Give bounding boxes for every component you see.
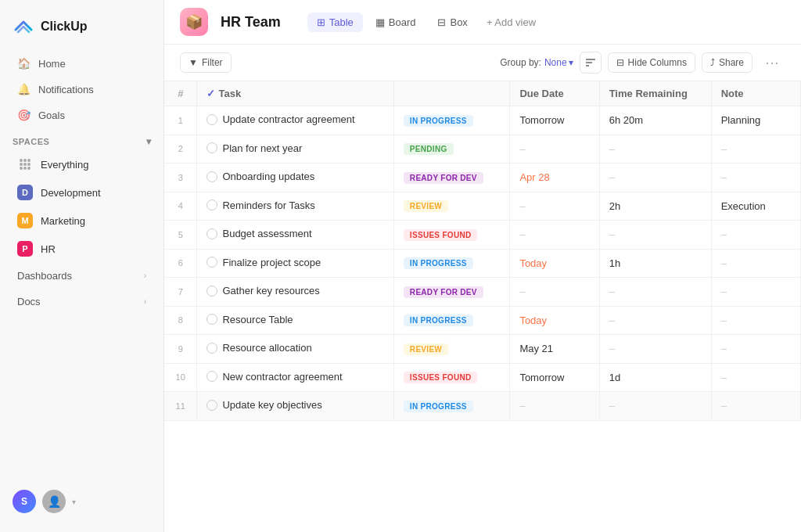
task-checkbox[interactable] [207,257,217,268]
task-status-cell[interactable]: IN PROGRESS [393,106,510,135]
sidebar-item-docs[interactable]: Docs › [5,289,159,314]
task-status-cell[interactable]: REVIEW [393,335,510,364]
task-name-cell[interactable]: Onboarding updates [197,164,393,192]
col-status [393,81,510,106]
sidebar-item-notifications[interactable]: 🔔 Notifications [5,77,159,102]
share-icon: ⤴ [710,57,715,68]
task-checkbox[interactable] [207,343,217,354]
task-name-cell[interactable]: Budget assessment [197,221,393,250]
logo[interactable]: ClickUp [0,9,163,50]
topbar: 📦 HR Team ⊞ Table ▦ Board ⊟ Box + Add vi… [164,0,801,45]
sidebar-item-hr[interactable]: P HR [5,235,159,262]
table-row[interactable]: 1 Update contractor agreement IN PROGRES… [164,106,801,135]
row-number: 10 [164,363,197,392]
task-name-cell[interactable]: Resource Table [197,306,393,335]
time-remaining-cell: – [599,306,711,335]
group-by-select[interactable]: None ▾ [544,57,573,68]
task-status-cell[interactable]: IN PROGRESS [393,306,510,335]
task-checkbox[interactable] [207,142,217,153]
sidebar-item-marketing[interactable]: M Marketing [5,207,159,234]
task-status-cell[interactable]: IN PROGRESS [393,392,510,421]
share-button[interactable]: ⤴ Share [702,52,753,73]
task-checkbox[interactable] [207,314,217,325]
status-badge: IN PROGRESS [404,315,473,326]
hide-columns-button[interactable]: ⊟ Hide Columns [608,52,695,73]
table-row[interactable]: 4 Reminders for Tasks REVIEW – 2h Execut… [164,192,801,221]
table-row[interactable]: 5 Budget assessment ISSUES FOUND – – – [164,221,801,250]
add-view-button[interactable]: + Add view [480,13,542,32]
task-status-cell[interactable]: PENDING [393,135,510,164]
task-name-cell[interactable]: New contractor agreement [197,363,393,392]
tab-table[interactable]: ⊞ Table [307,13,363,32]
sidebar-item-development[interactable]: D Development [5,179,159,206]
row-number: 1 [164,106,197,135]
task-status-cell[interactable]: REVIEW [393,192,510,221]
task-name: Resource allocation [222,342,311,354]
due-date-value: – [519,200,525,212]
task-checkbox[interactable] [207,200,217,210]
task-name-cell[interactable]: Update contractor agreement [197,106,393,135]
sidebar-item-dashboards[interactable]: Dashboards › [5,264,159,288]
toolbar-right: Group by: None ▾ ⊟ Hide Columns ⤴ Share … [500,51,785,74]
table-row[interactable]: 9 Resource allocation REVIEW May 21 – – [164,335,801,364]
task-status-cell[interactable]: ISSUES FOUND [393,363,510,392]
table-row[interactable]: 3 Onboarding updates READY FOR DEV Apr 2… [164,164,801,192]
row-number: 4 [164,192,197,221]
task-status-cell[interactable]: ISSUES FOUND [393,221,510,250]
task-checkbox[interactable] [207,114,217,125]
time-remaining-value: – [609,171,615,183]
nav-section: 🏠 Home 🔔 Notifications 🎯 Goals [0,50,163,128]
due-date-cell: Tomorrow [510,106,599,135]
task-name-cell[interactable]: Reminders for Tasks [197,192,393,221]
task-table: # ✓ Task Due Date Time Remaining Note 1 [164,81,801,421]
task-name: Update contractor agreement [222,113,354,125]
task-checkbox[interactable] [207,171,217,182]
task-name: Resource Table [222,314,293,325]
sort-button[interactable] [580,52,602,74]
sidebar-item-goals[interactable]: 🎯 Goals [5,102,159,128]
due-date-cell: Today [510,249,599,278]
table-row[interactable]: 2 Plan for next year PENDING – – – [164,135,801,164]
table-body: 1 Update contractor agreement IN PROGRES… [164,106,801,421]
tab-board[interactable]: ▦ Board [366,13,426,32]
table-header-row: # ✓ Task Due Date Time Remaining Note [164,81,801,106]
task-name-cell[interactable]: Plan for next year [197,135,393,164]
filter-button[interactable]: ▼ Filter [180,52,232,73]
more-options-button[interactable]: ⋯ [759,51,785,74]
chevron-right-icon: › [144,271,146,280]
status-badge: ISSUES FOUND [404,229,478,241]
due-date-value: – [519,400,525,412]
sidebar-item-home[interactable]: 🏠 Home [5,51,159,76]
task-checkbox[interactable] [207,371,217,382]
tab-box[interactable]: ⊟ Box [428,13,476,32]
time-remaining-cell: – [599,135,711,164]
task-status-cell[interactable]: IN PROGRESS [393,249,510,278]
due-date-value: May 21 [519,343,553,354]
table-row[interactable]: 8 Resource Table IN PROGRESS Today – – [164,306,801,335]
row-number: 5 [164,221,197,250]
user-profile[interactable]: S 👤 ▾ [0,480,163,523]
filter-icon: ▼ [189,57,198,68]
task-name-cell[interactable]: Resource allocation [197,335,393,364]
task-name: Budget assessment [222,228,311,239]
task-name-cell[interactable]: Gather key resources [197,278,393,307]
table-row[interactable]: 10 New contractor agreement ISSUES FOUND… [164,363,801,392]
row-number: 8 [164,306,197,335]
table-row[interactable]: 7 Gather key resources READY FOR DEV – –… [164,278,801,307]
svg-point-7 [23,167,27,170]
table-row[interactable]: 6 Finalize project scope IN PROGRESS Tod… [164,249,801,278]
svg-point-8 [23,163,27,166]
task-checkbox[interactable] [207,400,217,411]
task-checkbox[interactable] [207,228,217,239]
group-by-label: Group by: None ▾ [500,57,573,68]
sidebar-item-everything[interactable]: Everything [5,151,159,178]
table-row[interactable]: 11 Update key objectives IN PROGRESS – –… [164,392,801,421]
task-status-cell[interactable]: READY FOR DEV [393,278,510,307]
task-status-cell[interactable]: READY FOR DEV [393,164,510,192]
chevron-down-icon[interactable]: ▾ [146,136,152,147]
task-name-cell[interactable]: Finalize project scope [197,249,393,278]
due-date-cell: – [510,135,599,164]
task-checkbox[interactable] [207,286,217,297]
task-name-cell[interactable]: Update key objectives [197,392,393,421]
hide-cols-icon: ⊟ [616,57,624,68]
